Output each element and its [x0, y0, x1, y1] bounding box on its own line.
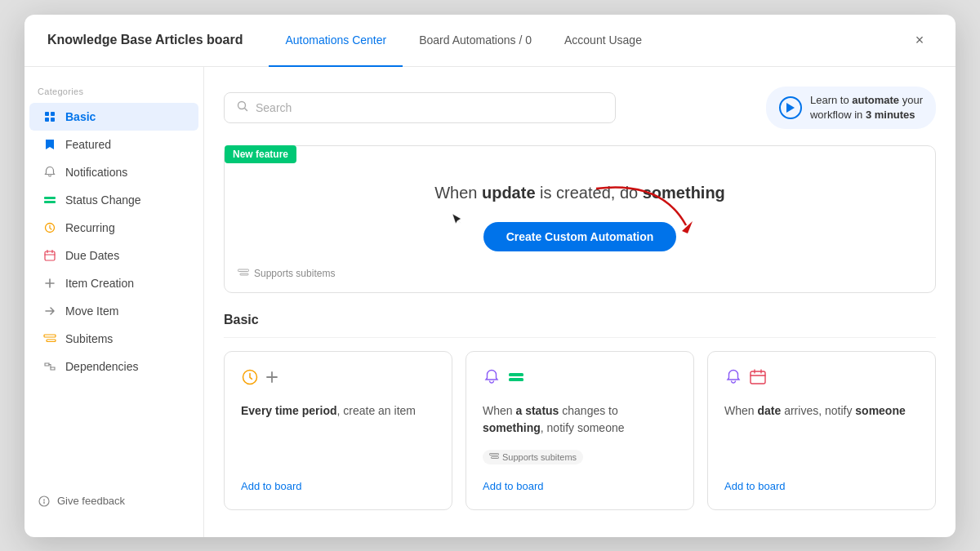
- svg-rect-2: [45, 118, 49, 122]
- plus-icon-card1: [264, 369, 280, 389]
- supports-subitems-badge: Supports subitems: [483, 450, 583, 464]
- svg-marker-12: [786, 103, 795, 113]
- sidebar-item-subitems[interactable]: Subitems: [29, 325, 198, 353]
- banner-top: New feature: [225, 146, 935, 164]
- sidebar-item-label: Dependencies: [65, 360, 139, 373]
- bell-icon: [42, 165, 57, 180]
- play-button[interactable]: [779, 96, 802, 119]
- svg-rect-5: [44, 201, 56, 203]
- feature-text: When update is created, do something: [434, 184, 725, 202]
- feature-bold1: update: [482, 184, 536, 202]
- status-icon: [42, 193, 57, 207]
- sidebar-item-label: Subitems: [65, 332, 113, 345]
- arrow-right-icon: [42, 304, 57, 318]
- sidebar-item-dependencies[interactable]: Dependencies: [29, 353, 198, 380]
- sidebar-item-move-item[interactable]: Move Item: [29, 297, 198, 325]
- give-feedback-button[interactable]: Give feedback: [38, 495, 190, 508]
- create-custom-automation-button[interactable]: Create Custom Automation: [483, 222, 677, 251]
- search-icon: [236, 100, 249, 116]
- sidebar-item-item-creation[interactable]: Item Creation: [29, 269, 198, 297]
- sidebar-item-due-dates[interactable]: Due Dates: [29, 242, 198, 269]
- search-row: Learn to automate yourworkflow in 3 minu…: [224, 87, 936, 129]
- feature-bold2: something: [643, 184, 725, 202]
- sidebar: Categories Basic Featured Notifications: [24, 67, 204, 537]
- sidebar-item-recurring[interactable]: Recurring: [29, 214, 198, 242]
- calendar-icon-card3: [749, 368, 767, 391]
- recurring-icon: [42, 220, 57, 235]
- tab-board-automations[interactable]: Board Automations / 0: [403, 15, 548, 67]
- bell-icon-card3: [724, 368, 742, 391]
- subitems-small-icon: [489, 452, 499, 462]
- feature-text-prefix: When: [434, 184, 482, 202]
- tab-automations-center[interactable]: Automations Center: [269, 15, 403, 67]
- sidebar-item-basic[interactable]: Basic: [29, 103, 198, 131]
- learn-bold1: automate: [852, 94, 899, 106]
- supports-label-card2: Supports subitems: [502, 452, 577, 462]
- automation-card-2[interactable]: When a status changes to something, noti…: [466, 351, 694, 510]
- card-text-mid3: arrives, notify: [781, 404, 855, 417]
- modal-body: Categories Basic Featured Notifications: [24, 67, 956, 537]
- sidebar-item-status-change[interactable]: Status Change: [29, 186, 198, 214]
- svg-rect-14: [238, 269, 249, 272]
- status-icon-card2: [507, 368, 525, 391]
- feature-content: When update is created, do something Cre…: [225, 164, 935, 268]
- card-footer-2: Add to board: [483, 478, 677, 493]
- card-icons-3: [724, 368, 919, 391]
- main-content: Learn to automate yourworkflow in 3 minu…: [204, 67, 956, 537]
- plus-icon: [42, 276, 57, 291]
- svg-marker-13: [682, 221, 693, 233]
- card-text1: , create an item: [337, 404, 416, 417]
- svg-point-10: [39, 496, 49, 506]
- svg-rect-1: [51, 112, 55, 116]
- card-text-end2: , notify someone: [541, 421, 625, 434]
- sidebar-section-title: Categories: [24, 87, 203, 103]
- sidebar-item-label: Notifications: [65, 166, 127, 179]
- new-feature-badge: New feature: [225, 145, 296, 163]
- subitems-icon-small: [238, 268, 249, 279]
- subitems-icon: [42, 331, 57, 346]
- svg-rect-7: [45, 251, 55, 260]
- feature-text-mid: is created, do: [536, 184, 643, 202]
- card-bold2a: a status: [515, 404, 559, 417]
- card-bold1: Every time period: [241, 404, 337, 417]
- modal-header: Knowledge Base Articles board Automation…: [24, 15, 956, 67]
- learn-banner[interactable]: Learn to automate yourworkflow in 3 minu…: [766, 87, 936, 129]
- search-input[interactable]: [256, 101, 604, 114]
- svg-rect-15: [240, 273, 248, 275]
- automation-card-3[interactable]: When date arrives, notify someone Add to…: [707, 351, 936, 510]
- card-bold2b: something: [483, 421, 541, 434]
- add-to-board-2[interactable]: Add to board: [483, 480, 543, 492]
- sidebar-item-label: Featured: [65, 138, 111, 151]
- add-to-board-3[interactable]: Add to board: [724, 480, 785, 492]
- card-icons-1: [241, 368, 435, 391]
- search-bar[interactable]: [224, 92, 616, 123]
- card-icons-2: [483, 368, 677, 391]
- svg-rect-4: [44, 197, 56, 199]
- card-bold3a: date: [757, 404, 781, 417]
- learn-bold2: 3 minutes: [866, 109, 915, 121]
- tab-account-usage[interactable]: Account Usage: [548, 15, 658, 67]
- banner-footer: Supports subitems: [225, 268, 935, 279]
- feature-banner: New feature When update is created, do s…: [224, 145, 936, 293]
- calendar-icon: [42, 248, 57, 263]
- close-button[interactable]: ×: [906, 27, 933, 53]
- svg-rect-9: [47, 340, 56, 342]
- add-to-board-1[interactable]: Add to board: [241, 480, 301, 492]
- automations-modal: Knowledge Base Articles board Automation…: [24, 15, 956, 537]
- sidebar-item-featured[interactable]: Featured: [29, 131, 198, 158]
- card-body-2: When a status changes to something, noti…: [483, 402, 677, 437]
- cards-grid: Every time period, create an item Add to…: [224, 351, 936, 510]
- learn-text: Learn to automate yourworkflow in 3 minu…: [810, 93, 923, 122]
- sidebar-item-label: Move Item: [65, 304, 118, 318]
- svg-rect-21: [751, 371, 765, 384]
- sidebar-item-notifications[interactable]: Notifications: [29, 158, 198, 186]
- basic-section-title: Basic: [224, 313, 936, 338]
- sidebar-item-label: Status Change: [65, 193, 141, 207]
- card-body-1: Every time period, create an item: [241, 402, 435, 465]
- card-text-mid2: changes to: [559, 404, 617, 417]
- dependencies-icon: [42, 359, 57, 374]
- automation-card-1[interactable]: Every time period, create an item Add to…: [224, 351, 452, 510]
- card-text-prefix3: When: [724, 404, 757, 417]
- learn-text1: Learn to: [810, 94, 852, 106]
- board-name-suffix: board: [203, 33, 243, 47]
